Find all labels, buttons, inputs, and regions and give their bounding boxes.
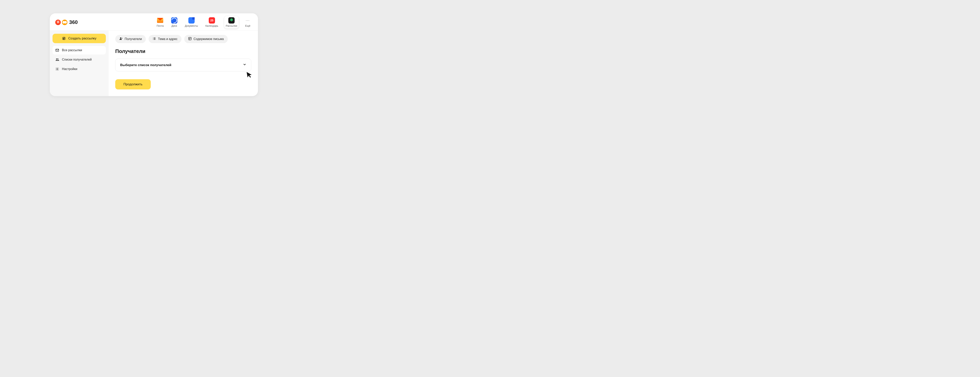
app-window: Я 360 Почта Диск Документы 25 Календарь — [50, 13, 258, 96]
compose-icon — [62, 37, 66, 40]
continue-label: Продолжить — [124, 82, 143, 86]
create-mailing-button[interactable]: Создать рассылку — [52, 34, 106, 43]
body: Создать рассылку Все рассылки Списки пол… — [50, 30, 258, 96]
steps-chips: Получатели Тема и адрес Содержимое письм… — [115, 35, 251, 43]
layout-icon — [188, 37, 192, 41]
nav-app-mailings[interactable]: Рассылки — [224, 16, 239, 29]
more-icon: ⋯ — [245, 17, 251, 24]
continue-button[interactable]: Продолжить — [115, 79, 151, 89]
step-subject-address[interactable]: Тема и адрес — [149, 35, 181, 43]
recipient-list-select[interactable]: Выберите список получателей — [115, 59, 251, 71]
sidebar-list: Все рассылки Списки получателей Настройк… — [52, 46, 106, 73]
header: Я 360 Почта Диск Документы 25 Календарь — [50, 13, 258, 30]
calendar-icon: 25 — [209, 17, 215, 24]
step-content[interactable]: Содержимое письма — [184, 35, 228, 43]
sidebar-item-recipient-lists[interactable]: Списки получателей — [52, 55, 106, 64]
chevron-down-icon — [243, 63, 247, 67]
svg-point-2 — [56, 58, 57, 59]
select-placeholder: Выберите список получателей — [120, 63, 171, 67]
nav-app-mail[interactable]: Почта — [155, 16, 165, 29]
sidebar-item-all-mailings[interactable]: Все рассылки — [52, 46, 106, 54]
cursor-icon — [246, 71, 253, 79]
section-title: Получатели — [115, 48, 251, 54]
sidebar-item-label: Все рассылки — [62, 48, 82, 52]
step-label: Тема и адрес — [158, 37, 178, 41]
mail-icon — [157, 17, 163, 24]
sidebar-item-label: Настройки — [62, 67, 77, 71]
svg-point-3 — [57, 58, 59, 59]
sidebar: Создать рассылку Все рассылки Списки пол… — [50, 30, 108, 96]
nav-apps: Почта Диск Документы 25 Календарь Рассыл… — [155, 16, 253, 29]
disk-icon — [171, 17, 177, 24]
nav-label: Диск — [172, 24, 177, 27]
gear-icon — [55, 67, 59, 71]
person-add-icon — [119, 37, 123, 41]
svg-point-5 — [120, 37, 121, 38]
nav-label: Документы — [185, 24, 198, 27]
envelope-icon — [55, 48, 59, 52]
list-icon — [153, 37, 156, 41]
logo-360-icon — [62, 20, 67, 25]
svg-point-7 — [153, 38, 153, 39]
logo[interactable]: Я 360 — [55, 19, 78, 25]
svg-point-4 — [57, 69, 58, 70]
create-label: Создать рассылку — [68, 37, 96, 40]
nav-app-disk[interactable]: Диск — [170, 16, 179, 29]
logo-ya-icon: Я — [55, 20, 61, 25]
svg-point-6 — [153, 37, 153, 38]
nav-label: Календарь — [205, 24, 218, 27]
nav-app-documents[interactable]: Документы — [183, 16, 199, 29]
nav-label: Рассылки — [226, 24, 237, 27]
sidebar-item-label: Списки получателей — [62, 58, 92, 61]
mailings-icon — [228, 17, 235, 24]
people-icon — [55, 58, 59, 62]
step-label: Содержимое письма — [194, 37, 224, 41]
step-label: Получатели — [125, 37, 142, 41]
nav-app-more[interactable]: ⋯ Ещё — [243, 16, 253, 29]
nav-app-calendar[interactable]: 25 Календарь — [204, 16, 220, 29]
nav-label: Почта — [157, 24, 164, 27]
svg-point-8 — [153, 39, 153, 40]
main-content: Получатели Тема и адрес Содержимое письм… — [108, 30, 258, 96]
sidebar-item-settings[interactable]: Настройки — [52, 65, 106, 73]
step-recipients[interactable]: Получатели — [115, 35, 146, 43]
nav-label: Ещё — [245, 24, 250, 27]
documents-icon — [188, 17, 195, 24]
logo-text: 360 — [69, 19, 78, 25]
svg-rect-12 — [189, 37, 191, 40]
